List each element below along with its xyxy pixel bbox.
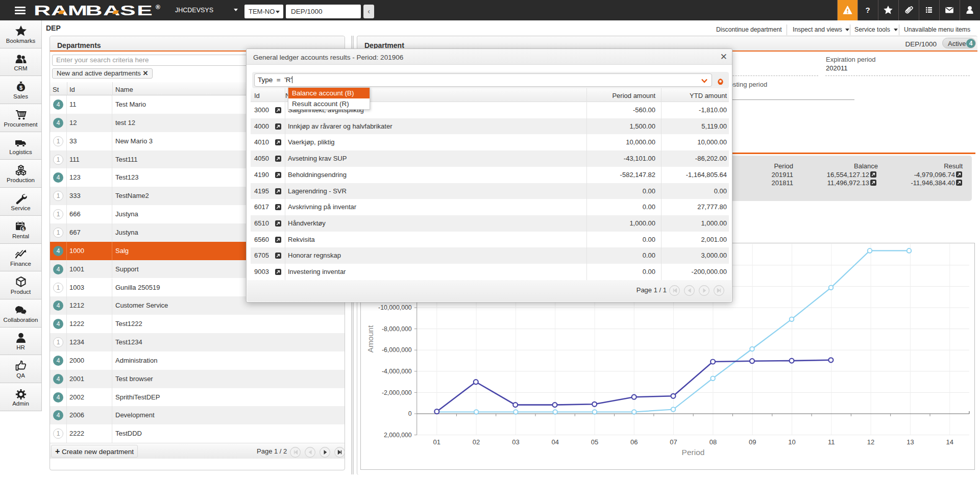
svg-text:01: 01 — [433, 438, 440, 446]
svg-text:-4,000,000: -4,000,000 — [382, 368, 412, 375]
svg-text:13: 13 — [906, 438, 914, 446]
svg-text:M: M — [68, 2, 87, 18]
svg-text:-8,000,000: -8,000,000 — [382, 325, 412, 333]
svg-text:04: 04 — [551, 438, 558, 446]
svg-text:11: 11 — [828, 438, 835, 446]
svg-text:02: 02 — [473, 438, 480, 446]
svg-text:08: 08 — [709, 438, 717, 446]
svg-text:09: 09 — [749, 438, 756, 446]
svg-text:B: B — [85, 2, 102, 18]
svg-text:$: $ — [21, 226, 24, 232]
svg-text:-10,000,000: -10,000,000 — [378, 304, 412, 311]
svg-text:12: 12 — [867, 438, 874, 446]
svg-text:-6,000,000: -6,000,000 — [382, 346, 412, 354]
svg-text:06: 06 — [630, 438, 638, 446]
svg-text:E: E — [137, 2, 153, 18]
svg-text:0: 0 — [408, 410, 412, 417]
svg-text:®: ® — [156, 4, 160, 11]
svg-text:A: A — [103, 2, 120, 18]
svg-text:Amount: Amount — [366, 325, 375, 353]
svg-text:2,000,000: 2,000,000 — [384, 432, 412, 439]
svg-text:Period: Period — [682, 448, 705, 457]
svg-text:03: 03 — [512, 438, 519, 446]
svg-text:$: $ — [19, 85, 22, 91]
svg-text:-2,000,000: -2,000,000 — [382, 389, 412, 396]
svg-text:10: 10 — [788, 438, 795, 446]
svg-text:07: 07 — [670, 438, 677, 446]
svg-text:14: 14 — [946, 438, 953, 446]
svg-text:A: A — [51, 2, 68, 18]
svg-text:R: R — [34, 2, 51, 18]
svg-text:S: S — [120, 2, 136, 18]
svg-text:05: 05 — [591, 438, 598, 446]
